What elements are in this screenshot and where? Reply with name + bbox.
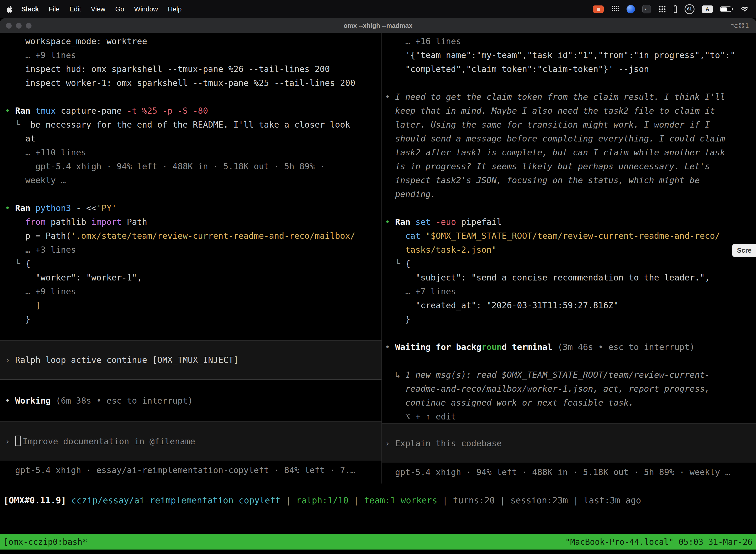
tmux-pane-left[interactable]: workspace_mode: worktree … +9 lines insp… [0,33,381,484]
menu-item-view[interactable]: View [91,5,106,13]
terminal-line: cat "$OMX_TEAM_STATE_ROOT/team/review-cu… [385,229,756,243]
text-segment: Ran [15,203,36,213]
text-segment: › [5,355,15,365]
terminal-line: "subject": "send a concise recommendatio… [385,271,756,284]
blue-app-icon[interactable] [627,5,635,13]
text-segment: } [385,314,410,324]
terminal-line: pending. [385,187,756,201]
terminal-window: omx --xhigh --madmax ⌥⌘1 workspace_mode:… [0,18,756,554]
text-segment: ↳ [385,370,405,380]
text-segment: Ran [395,217,416,227]
text-segment: … +110 lines [5,148,86,157]
terminal-line: inspect_hud: omx sparkshell --tmux-pane … [5,62,381,76]
text-segment: [OMX#0.11.9] [3,495,66,505]
text-segment: "created_at": "2026-03-31T11:59:27.816Z" [385,300,619,310]
terminal-line: • Working (6m 38s • esc to interrupt) [5,394,381,407]
text-segment: capture-pane [56,106,127,116]
terminal-line: p = Path('.omx/state/team/review-current… [5,229,381,243]
text-segment: } [5,314,30,324]
text-segment: gpt-5.4 xhigh · essay/ai-reimplementatio… [5,465,355,475]
menu-item-file[interactable]: File [49,5,60,13]
terminal-line: ↳ 1 new msg(s): read $OMX_TEAM_STATE_ROO… [385,368,756,382]
text-segment: is in progress? It seems likely but perh… [385,161,710,171]
terminal-app-icon[interactable]: ›_ [642,5,651,13]
menu-item-window[interactable]: Window [134,5,158,13]
terminal-line [5,90,381,104]
menu-item-go[interactable]: Go [115,5,124,13]
terminal-content: workspace_mode: worktree … +9 lines insp… [0,33,756,484]
screen-share-overlay[interactable]: Scre [732,244,756,257]
text-segment: › [5,436,15,446]
tmux-pane-right[interactable]: … +16 lines '{"team_name":"my-team","tas… [382,33,756,484]
text-segment: set [416,217,436,227]
text-segment: … +9 lines [5,50,76,60]
terminal-line: is in progress? It seems likely but perh… [385,159,756,173]
terminal-line: readme-and-reco/mailbox/worker-1.json, a… [385,382,756,396]
menubar-app-name[interactable]: Slack [21,5,39,13]
battery-icon[interactable] [720,6,733,12]
battery-percent-badge[interactable]: 61 [685,4,694,14]
text-segment: at [5,133,36,144]
text-segment: | [280,495,296,505]
terminal-line: tasks/task-2.json" [385,243,756,257]
text-segment: readme-and-reco/mailbox/worker-1.json, a… [385,384,710,394]
text-segment: d terminal [502,342,558,352]
pill-icon[interactable] [674,5,677,13]
text-segment: should send a message before completing … [385,133,725,144]
text-segment: "completed","claim_token":"claim-token"}… [385,64,649,74]
terminal-line [385,76,756,90]
text-segment: Waiting for backg [395,342,482,352]
terminal-line: └ be necessary for the end of the README… [5,118,381,131]
terminal-line [385,201,756,215]
apple-menu-icon[interactable] [6,5,13,13]
window-shortcut-hint: ⌥⌘1 [731,18,750,33]
terminal-line: • Ran tmux capture-pane -t %25 -p -S -80 [5,104,381,118]
band-line: › Explain this codebase [385,436,756,450]
text-segment: { [405,259,410,269]
terminal-line: task2 after task1 is complete, but can I… [385,146,756,159]
text-segment: inspect_hud: omx sparkshell --tmux-pane … [5,64,330,74]
tmux-status-bar: [omx-cczip0:bash* "MacBook-Pro-44.local"… [0,534,756,550]
text-segment: team:1 workers [364,495,437,505]
menu-item-edit[interactable]: Edit [69,5,81,13]
composer-input[interactable]: › Explain this codebase [382,424,756,463]
terminal-line: } [385,312,756,326]
terminal-line: inspect task2's JSON, focusing on the st… [385,173,756,187]
screen-recording-stop-icon[interactable] [593,5,604,13]
window-grid-icon[interactable] [611,5,619,13]
text-segment: tasks/task-2.json" [385,245,497,255]
menubar-menus: FileEditViewGoWindowHelp [49,5,192,13]
text-segment: (6m 38s • esc to interrupt) [56,396,193,405]
text-segment: (3m 46s • esc to interrupt) [558,342,695,352]
terminal-line: └ { [385,257,756,271]
queued-message-band[interactable]: › Ralph loop active continue [OMX_TMUX_I… [0,340,381,380]
dots-grid-icon[interactable] [658,5,666,13]
terminal-line: } [5,312,381,326]
text-segment: pipefail [461,217,502,227]
window-title: omx --xhigh --madmax [0,18,756,33]
terminal-line: • Ran set -euo pipefail [385,215,756,229]
terminal-line: continue assigned work or next feasible … [385,396,756,409]
composer-input[interactable]: › Improve documentation in @filename [0,422,381,461]
terminal-line: weekly … [5,173,381,187]
text-segment: › [385,438,395,448]
text-segment: python3 [36,203,71,213]
terminal-line: later. Using the same for transition mig… [385,118,756,131]
text-segment: -euo [436,217,461,227]
window-titlebar[interactable]: omx --xhigh --madmax ⌥⌘1 [0,18,756,33]
omx-status-bar: [OMX#0.11.9] cczip/essay/ai-reimplementa… [3,493,756,507]
text-segment: last:3m ago [584,495,641,505]
wifi-icon[interactable] [740,5,750,13]
menubar: Slack FileEditViewGoWindowHelp ›_ 61 A [0,0,756,18]
text-segment: • [5,396,15,405]
terminal-line: workspace_mode: worktree [5,34,381,48]
text-segment: I need to get the claim token from the c… [395,92,725,102]
text-segment: └ [5,259,25,269]
text-segment: • [385,342,395,352]
terminal-line: └ { [5,257,381,271]
menu-item-help[interactable]: Help [168,5,182,13]
text-segment: pathlib [51,217,91,227]
input-source-icon[interactable]: A [702,5,713,13]
text-segment: Ralph loop active continue [OMX_TMUX_INJ… [15,355,239,365]
text-segment: gpt-5.4 xhigh · 94% left · 488K in · 5.1… [5,161,325,171]
